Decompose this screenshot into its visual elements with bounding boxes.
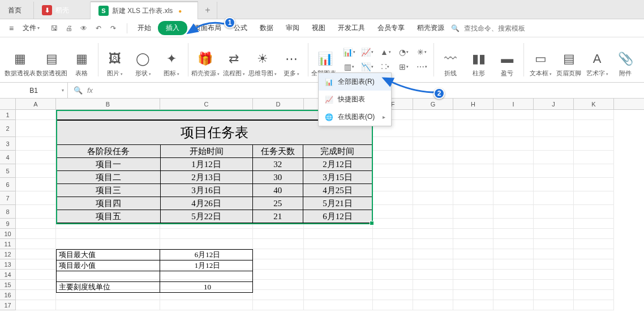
cell[interactable] (413, 151, 453, 164)
cell[interactable] (16, 270, 56, 280)
menu-tab-docer[interactable]: 稻壳资源 (411, 21, 450, 35)
cell[interactable] (413, 191, 453, 205)
menu-tab-start[interactable]: 开始 (132, 21, 157, 35)
cell[interactable] (574, 219, 614, 229)
row-header[interactable]: 8 (0, 205, 16, 219)
cell[interactable] (413, 110, 453, 120)
cell[interactable] (453, 300, 493, 310)
cell[interactable] (534, 290, 574, 300)
row-header[interactable]: 7 (0, 191, 16, 205)
ribbon-textbox[interactable]: ▭文本框▾ (526, 40, 555, 80)
ribbon-icon[interactable]: ✦图标▾ (157, 40, 186, 80)
search-input[interactable] (464, 24, 555, 32)
cell[interactable] (304, 300, 373, 310)
ribbon-flowchart[interactable]: ⇄流程图▾ (220, 40, 248, 80)
cell[interactable] (16, 164, 56, 178)
ribbon-table[interactable]: ▦表格 (67, 40, 96, 80)
ribbon-shape[interactable]: ◯形状▾ (129, 40, 157, 80)
chart-scatter-icon[interactable]: ⸬▾ (378, 61, 393, 72)
cell[interactable] (413, 280, 453, 290)
name-box[interactable]: B1▾ (0, 83, 68, 98)
cell[interactable] (253, 229, 304, 239)
cell[interactable] (413, 229, 453, 239)
col-header[interactable]: G (413, 99, 453, 109)
cell[interactable] (160, 239, 253, 249)
cell[interactable] (253, 280, 304, 290)
cell[interactable] (253, 290, 304, 300)
cell[interactable] (373, 178, 413, 191)
menu-tab-view[interactable]: 视图 (306, 21, 331, 35)
cell[interactable] (413, 239, 453, 249)
cell[interactable] (453, 219, 493, 229)
row-header[interactable]: 13 (0, 259, 16, 270)
cell[interactable] (373, 290, 413, 300)
cell[interactable] (534, 205, 574, 219)
cell[interactable] (574, 120, 614, 137)
cell[interactable] (304, 270, 373, 280)
ribbon-pivot-table[interactable]: ▦数据透视表 (5, 40, 36, 80)
cell[interactable] (453, 229, 493, 239)
chart-bar-icon[interactable]: 📊▾ (342, 46, 357, 58)
cell[interactable] (493, 280, 534, 290)
cell[interactable] (574, 290, 614, 300)
cell[interactable] (413, 205, 453, 219)
cell[interactable] (253, 259, 304, 270)
cell[interactable] (453, 249, 493, 259)
col-header[interactable]: H (453, 99, 493, 109)
cell[interactable] (534, 280, 574, 290)
cell[interactable] (493, 270, 534, 280)
cell[interactable] (493, 164, 534, 178)
row-header[interactable]: 12 (0, 249, 16, 259)
tab-home[interactable]: 首页 (0, 2, 34, 19)
cell[interactable] (453, 239, 493, 249)
chart-more-icon[interactable]: ⋯▾ (414, 61, 429, 72)
cell[interactable] (373, 137, 413, 151)
chart-combo-icon[interactable]: ⊞▾ (396, 61, 411, 72)
ribbon-sparkline-winloss[interactable]: ▬盈亏 (493, 40, 521, 80)
hamburger-icon[interactable]: ≡ (6, 22, 17, 35)
cell[interactable] (453, 280, 493, 290)
cell[interactable] (574, 280, 614, 290)
file-menu[interactable]: 文件▾ (18, 21, 44, 35)
row-header[interactable]: 3 (0, 137, 16, 151)
dropdown-online-chart[interactable]: 🌐在线图表(O)▸ (319, 108, 391, 126)
row-header[interactable]: 17 (0, 300, 16, 310)
col-header[interactable]: I (493, 99, 534, 109)
menu-tab-member[interactable]: 会员专享 (372, 21, 410, 35)
print-icon[interactable]: 🖨 (63, 23, 75, 34)
cell[interactable] (493, 178, 534, 191)
cell[interactable] (534, 219, 574, 229)
cell[interactable] (534, 259, 574, 270)
cell[interactable] (453, 259, 493, 270)
cell[interactable] (373, 191, 413, 205)
undo-icon[interactable]: ↶ (93, 23, 104, 34)
chart-line-icon[interactable]: 📈▾ (360, 46, 375, 58)
row-header[interactable]: 5 (0, 164, 16, 178)
cell[interactable] (16, 151, 56, 164)
cell[interactable] (493, 249, 534, 259)
cell[interactable] (373, 205, 413, 219)
cell[interactable] (373, 249, 413, 259)
cancel-icon[interactable]: 🔍 (74, 86, 83, 95)
cell[interactable] (304, 290, 373, 300)
cell[interactable] (373, 270, 413, 280)
cell[interactable] (534, 178, 574, 191)
cell[interactable] (16, 205, 56, 219)
col-header[interactable]: K (574, 99, 614, 109)
cell[interactable] (453, 191, 493, 205)
cell[interactable] (574, 239, 614, 249)
cell[interactable] (413, 137, 453, 151)
dropdown-all-charts[interactable]: 📊全部图表(R) (319, 73, 391, 91)
cell[interactable] (453, 270, 493, 280)
cell[interactable] (373, 239, 413, 249)
cell[interactable] (304, 249, 373, 259)
chart-stock-icon[interactable]: 📉▾ (360, 61, 375, 72)
cell[interactable] (453, 151, 493, 164)
cell[interactable] (453, 178, 493, 191)
menu-tab-dev[interactable]: 开发工具 (332, 21, 371, 35)
row-header[interactable]: 4 (0, 151, 16, 164)
ribbon-attachment[interactable]: 📎附件 (611, 40, 639, 80)
cell[interactable] (253, 270, 304, 280)
cell[interactable] (16, 178, 56, 191)
cell[interactable] (534, 191, 574, 205)
